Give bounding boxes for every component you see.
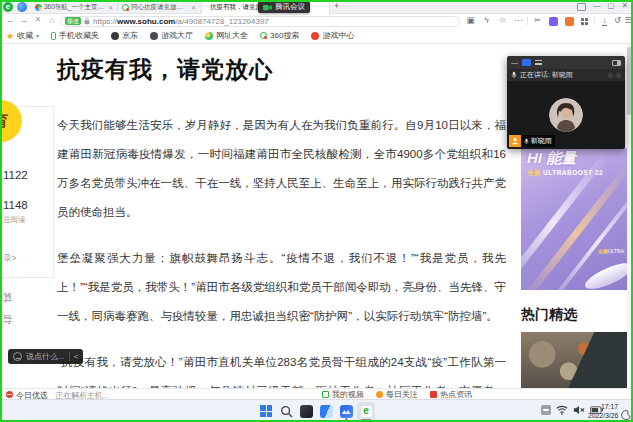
bookmark-game-center[interactable]: 游戏中心: [311, 30, 354, 41]
hot-picks-image[interactable]: [521, 332, 627, 388]
meeting-titlebar: —: [507, 56, 625, 69]
hot-picks-title: 热门精选: [521, 306, 577, 324]
meeting-restore-icon[interactable]: [522, 59, 531, 66]
extensions-grid-icon[interactable]: [581, 18, 588, 25]
phone-icon: [51, 32, 56, 40]
watermark-icon: [607, 71, 614, 78]
article-paragraph: 今天我们能够生活安乐，岁月静好，是因为有人在为我们负重前行。自9月10日以来，福…: [57, 111, 506, 227]
taskbar-center-icons: e: [257, 402, 375, 420]
taskbar-clock[interactable]: 17:17 2022/3/26: [588, 403, 618, 420]
speed-mode-badge[interactable]: 极速: [65, 17, 81, 25]
tab-close-icon[interactable]: ✕: [191, 4, 196, 11]
article-title: 抗疫有我，请党放心: [57, 54, 506, 85]
tab-360-nav[interactable]: 360导航_一个主页，整个世界 ✕: [32, 0, 116, 14]
tab-title: 同心抗疫请党放心_360搜索: [131, 3, 189, 12]
scrollbar[interactable]: [627, 44, 632, 388]
article: 抗疫有我，请党放心 今天我们能够生活安乐，岁月静好，是因为有人在为我们负重前行。…: [57, 54, 506, 388]
clock-date: 2022/3/26: [588, 412, 618, 421]
taskbar-tencent-meeting[interactable]: [337, 402, 355, 420]
speaking-label: 正在讲话: 靳晓雨: [520, 70, 573, 80]
mic-icon: [524, 138, 529, 145]
favorite-star-icon[interactable]: ☆: [496, 15, 509, 25]
participant-name: 靳晓雨: [531, 136, 552, 146]
bookmark-mobile-favorites[interactable]: 手机收藏夹: [51, 30, 99, 41]
do-not-disturb-moon-icon[interactable]: [621, 406, 631, 422]
scrollbar-thumb[interactable]: [627, 47, 632, 115]
video-icon: [322, 391, 329, 398]
menu-icon[interactable]: ☰: [622, 15, 633, 25]
pill-divider: [69, 352, 70, 361]
chat-placeholder[interactable]: 说点什么...: [26, 351, 65, 362]
screenshot-scissors-icon[interactable]: ✂: [531, 15, 544, 25]
back-icon[interactable]: ←: [4, 15, 16, 25]
profile-icon[interactable]: [17, 2, 27, 12]
tray-app-icon[interactable]: [541, 405, 551, 415]
maximize-button[interactable]: ▢: [605, 1, 617, 10]
author-stat-value: 1122: [3, 169, 28, 181]
browser-logo-icon[interactable]: e: [3, 2, 13, 12]
truncated-link-fragment[interactable]: 导: [3, 313, 13, 327]
hot-news-icon: [430, 391, 437, 398]
author-stat-value: 1148: [3, 199, 28, 211]
taskbar-360-browser[interactable]: e: [357, 402, 375, 420]
star-icon: ★: [6, 31, 14, 41]
meeting-chat-pill[interactable]: 说点什么... <: [8, 349, 83, 364]
tab-favicon-icon: [122, 4, 129, 11]
tab-close-icon[interactable]: ✕: [108, 4, 113, 11]
start-button[interactable]: [257, 402, 275, 420]
author-card: 育 1122 1148 总阅读 章>: [0, 106, 54, 278]
caret-down-icon: ▾: [36, 32, 39, 39]
meeting-list-icon[interactable]: [535, 60, 542, 65]
reader-mode-icon[interactable]: ▣: [464, 15, 477, 25]
meeting-window[interactable]: — 正在讲话: 靳晓雨: [507, 56, 625, 149]
lightning-icon[interactable]: ϟ: [480, 15, 493, 25]
meeting-layout-icon[interactable]: [612, 60, 621, 66]
close-button[interactable]: ✕: [619, 1, 631, 10]
watermark-icon: [615, 71, 622, 78]
game-orange-icon[interactable]: [565, 17, 574, 26]
bookmark-jd[interactable]: 京东: [111, 30, 138, 41]
daily-picks-icon[interactable]: [6, 391, 13, 398]
toolbar-divider: [527, 17, 528, 25]
emoji-face-icon[interactable]: [13, 352, 22, 361]
taskbar-app-blue[interactable]: [317, 402, 335, 420]
chat-collapse-icon[interactable]: <: [74, 352, 79, 361]
taskbar-app-dark[interactable]: [297, 402, 315, 420]
download-icon[interactable]: ↓: [598, 15, 611, 25]
ad-banner[interactable]: HI 能量 全新ULTRABOOST 22 全新ULTRA: [521, 148, 627, 290]
participant-avatar: [549, 98, 583, 132]
tab-360-search[interactable]: 同心抗疫请党放心_360搜索 ✕: [119, 0, 199, 14]
ad-headline: HI 能量: [527, 149, 576, 168]
more-options-icon[interactable]: ⋯: [512, 15, 525, 25]
tencent-meeting-floating-badge[interactable]: 腾讯会议: [258, 1, 310, 13]
volume-muted-icon[interactable]: [573, 405, 585, 415]
tab-favicon-icon: [35, 4, 42, 11]
author-avatar[interactable]: 育: [0, 100, 22, 142]
article-paragraph: 堡垒凝聚强大力量；旗帜鼓舞昂扬斗志。“疫情不退，我们不退！”“我是党员，我先上！…: [57, 244, 506, 331]
meeting-minimize-icon[interactable]: —: [511, 59, 518, 66]
participant-name-tag: 靳晓雨: [509, 135, 555, 147]
address-bar[interactable]: 极速 https://www.sohu.com/a/490874728_1212…: [60, 16, 460, 27]
bookmark-game-hall[interactable]: 游戏大厅: [150, 30, 193, 41]
blue-app-icon: [320, 405, 333, 418]
home-icon[interactable]: ⌂: [46, 15, 58, 25]
ad-shoe-image: [582, 258, 627, 290]
plugin-purple-icon[interactable]: [549, 17, 558, 26]
workspace-icon[interactable]: [577, 3, 586, 11]
minimize-button[interactable]: —: [591, 1, 603, 10]
truncated-link-fragment[interactable]: 算: [3, 291, 13, 305]
wifi-icon[interactable]: [556, 405, 568, 415]
screen: e 360导航_一个主页，整个世界 ✕ 同心抗疫请党放心_360搜索 ✕ 抗疫有…: [0, 0, 633, 422]
author-more-link[interactable]: 章>: [3, 253, 16, 265]
game-hall-icon: [150, 32, 158, 40]
search-button[interactable]: [277, 402, 295, 420]
mic-icon: [511, 71, 517, 79]
bookmark-favorites[interactable]: ★ 收藏 ▾: [6, 30, 39, 41]
lock-icon: [84, 17, 90, 25]
forward-icon[interactable]: →: [18, 15, 30, 25]
new-tab-button[interactable]: +: [334, 1, 339, 11]
jd-icon: [111, 32, 119, 40]
stop-icon[interactable]: ✕: [32, 15, 44, 24]
bookmark-360-search[interactable]: 360搜索: [260, 30, 299, 41]
bookmark-site-directory[interactable]: 网址大全: [205, 30, 248, 41]
